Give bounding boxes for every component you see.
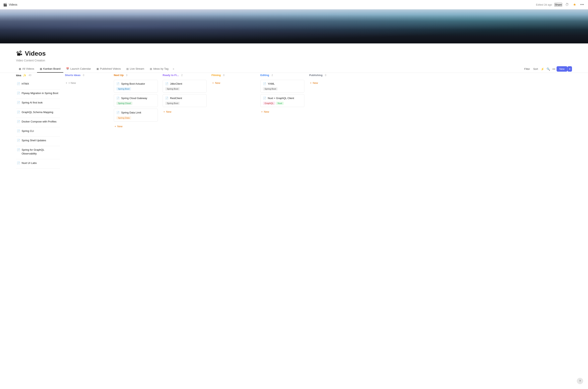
- hero-inner: [0, 9, 588, 43]
- sort-button[interactable]: Sort: [532, 67, 540, 71]
- card-spring-boot-actuator[interactable]: 📄 Spring Boot Actuator Spring Boot: [114, 80, 158, 93]
- tab-ideas-by-tag[interactable]: ▤ Ideas by Tag: [147, 65, 171, 73]
- tab-live-stream[interactable]: ▤ Live Stream: [124, 65, 147, 73]
- doc-icon: 📄: [116, 97, 120, 100]
- card-restclient[interactable]: 📄 RestClient Spring Boot: [163, 94, 207, 107]
- column-publishing-count: 0: [325, 74, 326, 77]
- page-header: 📽 Videos Video Content Creation: [0, 43, 588, 65]
- list-item[interactable]: 📄 Spring CLI: [16, 127, 60, 137]
- card-jdbcclient[interactable]: 📄 JdbcClient Spring Boot: [163, 80, 207, 93]
- doc-icon: 📄: [17, 92, 20, 95]
- column-filming: Filming 0 + New: [212, 73, 256, 86]
- add-tab-button[interactable]: +: [171, 66, 176, 72]
- add-new-publishing-button[interactable]: + New: [309, 80, 353, 86]
- topbar-right: Edited 2d ago Share ⏱ ★ •••: [536, 2, 585, 7]
- add-new-ready-label: New: [166, 110, 171, 113]
- column-next-up-header: Next Up 3: [114, 73, 158, 77]
- new-button[interactable]: New: [556, 66, 567, 72]
- tab-published-videos-label: Published Videos: [100, 67, 121, 70]
- column-publishing-label: Publishing: [309, 74, 323, 77]
- tag-spring-boot: Spring Boot: [263, 87, 278, 91]
- list-item[interactable]: 📄 Docker Compose with Profiles: [16, 118, 60, 127]
- star-button[interactable]: ★: [572, 2, 577, 7]
- column-publishing: Publishing 0 + New: [309, 73, 353, 86]
- doc-icon: 📄: [263, 97, 266, 100]
- column-publishing-header: Publishing 0: [309, 73, 353, 77]
- column-idea-emoji: ✨: [23, 74, 26, 77]
- tab-launch-calendar-label: Launch Calendar: [70, 67, 91, 70]
- column-editing-header: Editing 2: [260, 73, 304, 77]
- card-title: Flyway Migration in Spring Boot: [22, 92, 58, 95]
- card-spring-cloud-gateway[interactable]: 📄 Spring Cloud Gateway Spring Cloud: [114, 94, 158, 107]
- column-next-up-label: Next Up: [114, 74, 124, 77]
- card-title: Nuxt + GraphQL Client: [268, 97, 294, 100]
- column-editing-count: 2: [272, 74, 273, 77]
- doc-icon: 📄: [17, 148, 20, 151]
- card-yaml[interactable]: 📄 YAML Spring Boot: [260, 80, 304, 93]
- doc-icon: 📄: [165, 82, 168, 85]
- tag-spring-data: Spring Data: [116, 116, 131, 120]
- add-new-filming-button[interactable]: + New: [212, 80, 256, 86]
- card-spring-data-limit[interactable]: 📄 Spring Data Limit Spring Data: [114, 109, 158, 122]
- list-item[interactable]: 📄 Spring Shell Updates: [16, 137, 60, 146]
- list-item[interactable]: 📄 Spring AI first look: [16, 99, 60, 108]
- page-type-icon: 🎬: [3, 3, 7, 7]
- card-title: YAML: [268, 82, 275, 86]
- add-new-next-up-button[interactable]: + New: [114, 123, 158, 130]
- add-new-editing-button[interactable]: + New: [260, 109, 304, 115]
- topbar-left: 🎬 Videos: [3, 3, 17, 7]
- list-item[interactable]: 📄 Spring for GraphQL Observability: [16, 146, 60, 159]
- card-title: Nuxt UI Labs: [22, 161, 37, 165]
- tabs-bar: ▦ All Videos ▤ Kanban Board 📅 Launch Cal…: [0, 65, 588, 73]
- page-title: Videos: [25, 50, 46, 57]
- table-icon-2: ▦: [97, 67, 99, 70]
- history-button[interactable]: ⏱: [565, 2, 570, 7]
- list-item[interactable]: 📄 Flyway Migration in Spring Boot: [16, 90, 60, 99]
- column-next-up: Next Up 3 📄 Spring Boot Actuator Spring …: [114, 73, 158, 130]
- board-icon: ▤: [126, 67, 129, 70]
- add-new-ready-button[interactable]: + New: [163, 109, 207, 115]
- list-item[interactable]: 📄 Nuxt UI Labs: [16, 159, 60, 169]
- page-subtitle: Video Content Creation: [16, 59, 572, 62]
- tag-spring-boot: Spring Boot: [165, 87, 180, 91]
- table-icon: ▦: [19, 67, 21, 70]
- doc-icon: 📄: [17, 101, 20, 104]
- add-new-shorts-label: + New: [69, 81, 76, 84]
- doc-icon: 📄: [17, 130, 20, 132]
- new-button-caret[interactable]: ▾: [567, 66, 572, 72]
- add-new-next-up-label: New: [117, 125, 123, 128]
- doc-icon: 📄: [17, 162, 20, 164]
- plus-icon: +: [261, 110, 263, 113]
- plus-icon: +: [163, 110, 165, 113]
- tab-all-videos[interactable]: ▦ All Videos: [16, 65, 37, 73]
- more-options-button[interactable]: •••: [579, 2, 585, 7]
- list-item[interactable]: 📄 HTMX: [16, 80, 60, 90]
- filter-button[interactable]: Filter: [523, 67, 532, 71]
- tab-live-stream-label: Live Stream: [130, 67, 144, 70]
- card-title: Spring Shell Updates: [22, 139, 46, 142]
- column-ready-to-film-count: 2: [181, 74, 183, 77]
- share-button[interactable]: Share: [554, 3, 562, 7]
- tab-all-videos-label: All Videos: [22, 67, 34, 70]
- tag-spring-cloud: Spring Cloud: [116, 102, 132, 105]
- tab-published-videos[interactable]: ▦ Published Videos: [94, 65, 124, 73]
- add-new-editing-label: New: [264, 110, 269, 113]
- page-emoji: 📽: [16, 50, 22, 57]
- column-idea-header: Idea ✨ 43: [16, 73, 60, 78]
- plus-icon: +: [114, 125, 116, 128]
- card-nuxt-graphql[interactable]: 📄 Nuxt + GraphQL Client GraphQL Nuxt: [260, 94, 304, 107]
- plus-icon: +: [310, 81, 312, 84]
- column-shorts-ideas: Shorts Ideas 0 + + New: [65, 73, 109, 86]
- list-item[interactable]: 📄 GraphQL Schema Mapping: [16, 108, 60, 118]
- more-toolbar-button[interactable]: •••: [551, 67, 556, 71]
- tab-launch-calendar[interactable]: 📅 Launch Calendar: [63, 65, 94, 73]
- card-title: Spring for GraphQL Observability: [22, 148, 59, 155]
- search-button[interactable]: 🔍: [545, 67, 551, 71]
- tag-spring-boot: Spring Boot: [116, 87, 131, 91]
- add-new-shorts-button[interactable]: + + New: [65, 80, 109, 86]
- card-title: GraphQL Schema Mapping: [22, 110, 53, 114]
- column-filming-header: Filming 0: [212, 73, 256, 77]
- bolt-button[interactable]: ⚡: [540, 67, 545, 71]
- tab-kanban-board[interactable]: ▤ Kanban Board: [37, 65, 63, 73]
- doc-icon: 📄: [17, 82, 20, 85]
